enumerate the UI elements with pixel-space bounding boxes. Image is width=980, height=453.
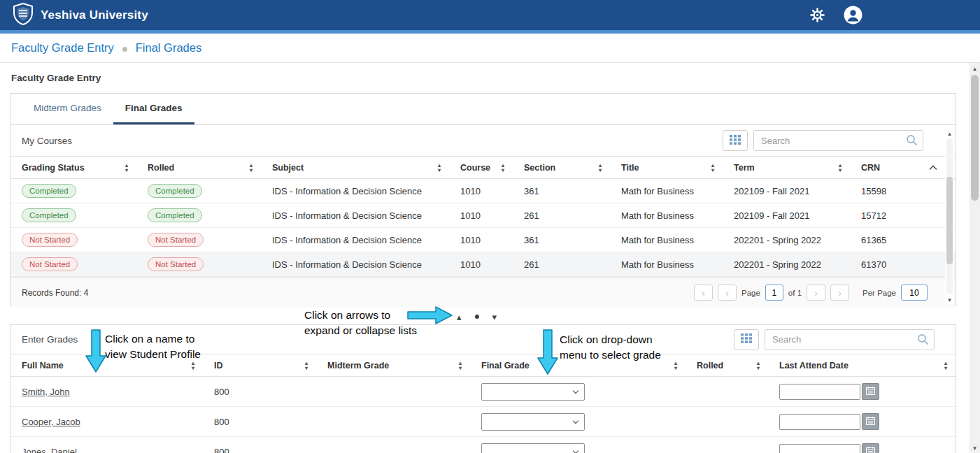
brand: Yeshiva University	[13, 3, 148, 28]
student-name-link[interactable]: Smith, John	[22, 387, 70, 397]
course-row[interactable]: Not Started Not Started IDS - Informatio…	[10, 228, 956, 252]
subject-cell: IDS - Information & Decision Science	[272, 186, 460, 196]
title-cell: Math for Business	[621, 210, 734, 221]
expand-collapse-controls	[457, 310, 497, 323]
faculty-grade-entry-page: Yeshiva University Faculty Grade Entry F…	[0, 0, 980, 453]
column-header-crn[interactable]: CRN	[861, 163, 917, 173]
collapse-up-arrow-icon[interactable]	[457, 310, 462, 323]
scroll-up-button[interactable]	[945, 129, 954, 138]
sort-icon[interactable]	[944, 361, 947, 371]
annotation-arrow-down-icon	[85, 329, 107, 373]
crn-cell: 15598	[861, 186, 917, 196]
column-header-id[interactable]: ID	[214, 361, 327, 371]
student-name-link[interactable]: Cooper, Jacob	[22, 417, 80, 427]
courses-table-footer: Records Found: 4 Page of 1 Per Page	[10, 277, 956, 308]
column-label: Title	[621, 163, 639, 173]
term-cell: 202201 - Spring 2022	[734, 259, 861, 270]
chevron-up-icon[interactable]	[929, 163, 937, 173]
page-number-input[interactable]	[765, 285, 783, 301]
course-row[interactable]: Completed Completed IDS - Information & …	[10, 179, 956, 203]
grades-search-input[interactable]	[765, 329, 935, 350]
sort-icon[interactable]	[438, 163, 441, 173]
next-page-button[interactable]	[807, 285, 825, 301]
user-profile-icon[interactable]	[844, 6, 862, 24]
sort-icon[interactable]	[757, 361, 760, 371]
breadcrumb-faculty-grade-entry[interactable]: Faculty Grade Entry	[11, 41, 114, 55]
page-scrollbar[interactable]	[970, 63, 980, 453]
title-cell: Math for Business	[621, 259, 734, 270]
last-attend-date-input[interactable]	[779, 384, 860, 400]
final-grade-select[interactable]	[481, 443, 585, 453]
calendar-icon	[866, 417, 875, 427]
grading-status-cell: Not Started	[22, 257, 148, 271]
column-header-term[interactable]: Term	[734, 163, 861, 173]
subject-cell: IDS - Information & Decision Science	[272, 235, 460, 245]
scrollbar-thumb[interactable]	[946, 177, 953, 264]
last-attend-date-input[interactable]	[779, 414, 860, 430]
sort-icon[interactable]	[839, 163, 841, 173]
page-label: Page	[741, 289, 760, 297]
sort-icon[interactable]	[674, 361, 677, 371]
course-cell: 1010	[460, 259, 524, 270]
annotation-line: Click on a name to	[105, 331, 201, 347]
courses-search-input[interactable]	[753, 130, 923, 151]
course-row[interactable]: Not Started Not Started IDS - Informatio…	[10, 252, 956, 277]
multi-select-grid-button[interactable]	[734, 329, 759, 350]
multi-select-grid-button[interactable]	[723, 130, 748, 151]
column-label: Grading Status	[22, 163, 85, 173]
scroll-down-button[interactable]	[945, 295, 954, 304]
sort-icon[interactable]	[599, 163, 602, 173]
rolled-badge: Completed	[148, 184, 202, 198]
page-title: Faculty Grade Entry	[11, 73, 101, 83]
column-header-title[interactable]: Title	[621, 163, 734, 173]
column-header-subject[interactable]: Subject	[272, 163, 460, 173]
sort-icon[interactable]	[305, 361, 308, 371]
student-name-link[interactable]: Jones, Daniel	[22, 447, 77, 453]
crn-cell: 61365	[861, 235, 917, 245]
sort-icon[interactable]	[250, 163, 253, 173]
scrollbar-thumb[interactable]	[971, 75, 979, 201]
sort-icon[interactable]	[459, 361, 462, 371]
last-page-button[interactable]	[830, 285, 849, 301]
sort-icon[interactable]	[711, 163, 714, 173]
sort-icon[interactable]	[125, 163, 128, 173]
annotation-expand-collapse: Click on arrows to expand or collapse li…	[304, 308, 417, 338]
calendar-button[interactable]	[862, 383, 879, 400]
first-page-button[interactable]	[694, 285, 713, 301]
calendar-button[interactable]	[862, 443, 879, 453]
annotation-line: Click on arrows to	[304, 308, 417, 323]
subject-cell: IDS - Information & Decision Science	[272, 259, 460, 270]
previous-page-button[interactable]	[718, 285, 737, 301]
calendar-button[interactable]	[862, 413, 879, 430]
section-cell: 261	[524, 210, 621, 221]
final-grade-select[interactable]	[481, 413, 585, 431]
final-grade-select[interactable]	[481, 383, 585, 401]
student-id: 800	[214, 387, 327, 397]
scroll-down-button[interactable]	[970, 443, 980, 453]
scrollbar-track[interactable]	[946, 138, 953, 294]
expand-down-arrow-icon[interactable]	[492, 310, 497, 323]
settings-gear-icon[interactable]	[809, 7, 825, 23]
column-header-course[interactable]: Course	[460, 163, 524, 173]
column-label: Last Attend Date	[779, 361, 848, 371]
tab-midterm-grades[interactable]: Midterm Grades	[22, 94, 113, 124]
grid-icon	[741, 333, 752, 345]
column-header-rolled[interactable]: Rolled	[697, 361, 779, 371]
column-header-section[interactable]: Section	[524, 163, 621, 173]
courses-scrollbar	[945, 129, 954, 304]
sort-icon[interactable]	[502, 163, 504, 173]
column-header-rolled[interactable]: Rolled	[148, 163, 272, 173]
grid-icon	[730, 135, 741, 147]
column-header-grading-status[interactable]: Grading Status	[22, 163, 148, 173]
last-attend-date-input[interactable]	[779, 444, 860, 453]
term-cell: 202109 - Fall 2021	[734, 186, 861, 196]
per-page-input[interactable]	[901, 285, 928, 301]
column-header-last-attend-date[interactable]: Last Attend Date	[779, 361, 956, 371]
tab-final-grades[interactable]: Final Grades	[113, 94, 194, 124]
course-row[interactable]: Completed Completed IDS - Information & …	[10, 203, 956, 228]
column-label: Subject	[272, 163, 304, 173]
section-cell: 361	[524, 186, 621, 196]
pagination: Page of 1 Per Page	[694, 285, 928, 301]
scroll-up-button[interactable]	[970, 63, 980, 73]
column-header-midterm-grade[interactable]: Midterm Grade	[327, 361, 481, 371]
